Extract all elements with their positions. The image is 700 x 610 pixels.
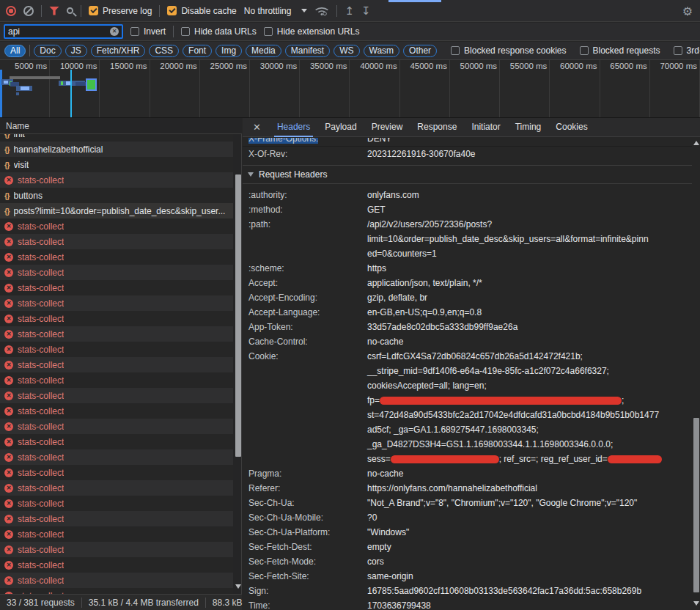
scrollbar-thumb[interactable] xyxy=(693,418,699,592)
record-icon[interactable] xyxy=(6,6,16,16)
unchecked-checkbox-icon[interactable] xyxy=(130,27,139,36)
request-row[interactable]: ✕stats-collect xyxy=(0,265,233,280)
clear-icon[interactable] xyxy=(23,6,34,16)
request-row[interactable]: ✕stats-collect xyxy=(0,496,233,511)
hide-extension-urls-checkbox[interactable]: Hide extension URLs xyxy=(264,26,360,37)
tab-response[interactable]: Response xyxy=(410,118,464,137)
filter-input[interactable] xyxy=(8,26,107,37)
type-filter-other[interactable]: Other xyxy=(403,45,437,57)
type-filter-css[interactable]: CSS xyxy=(149,45,179,57)
tab-timing[interactable]: Timing xyxy=(508,118,549,137)
checked-checkbox-icon[interactable] xyxy=(167,6,177,15)
disable-cache-checkbox[interactable]: Disable cache xyxy=(167,6,236,16)
settings-gear-icon[interactable]: ⚙ xyxy=(682,4,693,18)
request-name: stats-collect xyxy=(18,175,64,185)
type-filter-media[interactable]: Media xyxy=(246,45,281,57)
invert-checkbox[interactable]: Invert xyxy=(130,26,166,37)
tab-cookies[interactable]: Cookies xyxy=(548,118,594,137)
close-icon[interactable]: ✕ xyxy=(243,122,270,133)
request-headers-section[interactable]: Request Headers xyxy=(243,165,692,184)
request-row[interactable]: ✕stats-collect xyxy=(0,372,233,388)
unchecked-checkbox-icon[interactable] xyxy=(451,46,460,55)
clear-filter-icon[interactable]: ✕ xyxy=(110,27,119,36)
type-filter-fetch-xhr[interactable]: Fetch/XHR xyxy=(91,45,146,57)
type-filter-font[interactable]: Font xyxy=(183,45,212,57)
network-conditions-icon[interactable] xyxy=(314,5,329,16)
request-row[interactable]: ✕stats-collect xyxy=(0,172,233,188)
unchecked-checkbox-icon[interactable] xyxy=(580,46,589,55)
request-row[interactable]: ✕stats-collect xyxy=(0,295,233,311)
type-filter-ws[interactable]: WS xyxy=(334,45,359,57)
waterfall-bar xyxy=(10,76,60,79)
search-icon[interactable] xyxy=(67,7,73,14)
unchecked-checkbox-icon[interactable] xyxy=(264,27,273,36)
type-filter-img[interactable]: Img xyxy=(215,45,242,57)
request-row[interactable]: ✕stats-collect xyxy=(0,511,233,526)
request-row[interactable]: ✕stats-collect xyxy=(0,526,233,542)
type-filter-doc[interactable]: Doc xyxy=(34,45,61,57)
name-column-header[interactable]: Name xyxy=(0,118,242,134)
filter-icon[interactable] xyxy=(49,7,59,15)
scroll-down-icon[interactable] xyxy=(235,584,241,589)
request-row[interactable]: ✕stats-collect xyxy=(0,573,233,588)
hide-data-urls-checkbox[interactable]: Hide data URLs xyxy=(181,26,257,37)
request-list-scrollbar[interactable] xyxy=(234,118,242,594)
request-row[interactable]: {}buttons xyxy=(0,188,233,203)
request-row[interactable]: ✕stats-collect xyxy=(0,434,233,449)
blocked-requests-checkbox[interactable]: Blocked requests xyxy=(580,45,660,56)
timeline-column: 55000 ms xyxy=(500,60,550,118)
request-row[interactable]: ✕stats-collect xyxy=(0,280,233,295)
type-filter-wasm[interactable]: Wasm xyxy=(364,45,400,57)
request-row[interactable]: ✕stats-collect xyxy=(0,234,233,249)
request-row[interactable]: ✕stats-collect xyxy=(0,311,233,326)
header-value-text: limit=10&order=publish_date_desc&skip_us… xyxy=(367,234,649,244)
request-row[interactable]: ✕stats-collect xyxy=(0,465,233,480)
request-row[interactable]: ✕stats-collect xyxy=(0,342,233,357)
timeline-overview[interactable]: 5000 ms10000 ms15000 ms20000 ms25000 ms3… xyxy=(0,60,700,118)
tab-initiator[interactable]: Initiator xyxy=(464,118,507,137)
3rd-party-requests-checkbox[interactable]: 3rd-party requests xyxy=(674,45,700,56)
timeline-tick-label: 25000 ms xyxy=(210,62,248,70)
tab-headers[interactable]: Headers xyxy=(270,118,317,137)
tab-payload[interactable]: Payload xyxy=(317,118,364,137)
request-row[interactable]: {}posts?limit=10&order=publish_date_desc… xyxy=(0,203,233,218)
unchecked-checkbox-icon[interactable] xyxy=(674,46,682,55)
header-name: Sec-Fetch-Site: xyxy=(243,569,367,584)
detail-scrollbar[interactable] xyxy=(692,138,700,610)
header-row: Sec-Ch-Ua-Platform:"Windows" xyxy=(243,525,692,540)
type-filter-all[interactable]: All xyxy=(4,45,26,57)
preserve-log-checkbox[interactable]: Preserve log xyxy=(89,6,152,16)
header-name: Referer: xyxy=(243,481,367,496)
checked-checkbox-icon[interactable] xyxy=(89,6,98,15)
type-filter-js[interactable]: JS xyxy=(65,45,87,57)
request-row[interactable]: ✕stats-collect xyxy=(0,542,233,557)
request-row[interactable]: ✕stats-collect xyxy=(0,419,233,434)
export-har-icon[interactable]: ↧ xyxy=(361,6,371,16)
throttling-dropdown[interactable]: No throttling xyxy=(244,6,308,16)
request-row[interactable]: {}init xyxy=(0,134,233,142)
import-har-icon[interactable]: ↥ xyxy=(345,6,354,16)
request-row[interactable]: ✕stats-collect xyxy=(0,480,233,496)
unchecked-checkbox-icon[interactable] xyxy=(181,27,190,36)
request-row[interactable]: ✕stats-collect xyxy=(0,249,233,265)
scroll-down-icon[interactable] xyxy=(693,601,699,606)
request-row[interactable]: ✕stats-collect xyxy=(0,588,233,594)
type-filter-manifest[interactable]: Manifest xyxy=(285,45,330,57)
request-name: stats-collect xyxy=(18,422,64,432)
request-row[interactable]: ✕stats-collect xyxy=(0,357,233,372)
request-row[interactable]: {}hannahelizabethofficial xyxy=(0,142,233,157)
blocked-response-cookies-checkbox[interactable]: Blocked response cookies xyxy=(451,45,566,56)
network-toolbar: Preserve log Disable cache No throttling… xyxy=(0,0,700,22)
request-row[interactable]: ✕stats-collect xyxy=(0,218,233,234)
request-row[interactable]: ✕stats-collect xyxy=(0,557,233,573)
request-row[interactable]: ✕stats-collect xyxy=(0,388,233,403)
request-row[interactable]: {}visit xyxy=(0,157,233,172)
header-name: Sec-Ch-Ua-Mobile: xyxy=(243,510,367,525)
request-row[interactable]: ✕stats-collect xyxy=(0,326,233,342)
request-row[interactable]: ✕stats-collect xyxy=(0,449,233,465)
scroll-up-icon[interactable] xyxy=(693,141,699,145)
header-row: Accept:application/json, text/plain, */* xyxy=(243,276,692,290)
request-row[interactable]: ✕stats-collect xyxy=(0,403,233,419)
scrollbar-thumb[interactable] xyxy=(235,174,241,457)
tab-preview[interactable]: Preview xyxy=(364,118,410,137)
